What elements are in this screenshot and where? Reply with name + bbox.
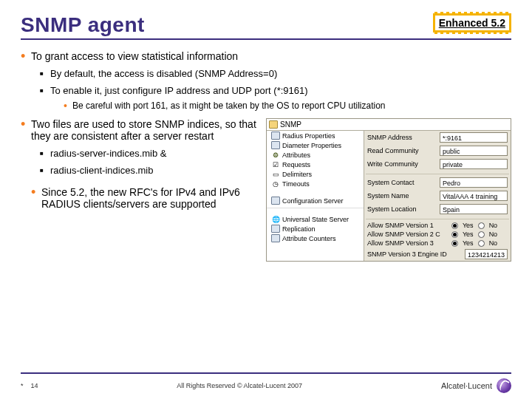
input-write-community[interactable]: private — [440, 159, 508, 169]
counters-icon — [271, 234, 280, 242]
document-icon — [271, 141, 280, 149]
radio-v2c-no[interactable] — [478, 231, 485, 238]
label-allow-v2c: Allow SNMP Version 2 C — [367, 231, 449, 238]
row-write-community: Write Community private — [364, 157, 511, 171]
bullet-files: Two files are used to store SNMP indices… — [21, 118, 511, 262]
input-system-name[interactable]: VitalAAA 4 training — [440, 191, 508, 201]
radio-label-no: No — [489, 239, 498, 247]
check-icon: ☑ — [271, 160, 280, 168]
tree-label: Attribute Counters — [282, 235, 336, 242]
bullet-file-server: radius-server-indices.mib & — [31, 148, 259, 159]
radio-label-no: No — [489, 231, 498, 238]
row-engine-id: SNMP Version 3 Engine ID 1234214213 — [364, 248, 511, 261]
title-row: SNMP agent Enhanced 5.2 — [21, 13, 511, 37]
input-system-location[interactable]: Spain — [440, 204, 508, 214]
brand: Alcatel·Lucent — [441, 378, 511, 393]
copyright: All Rights Reserved © Alcatel-Lucent 200… — [177, 382, 302, 389]
footer-divider — [21, 372, 511, 374]
page-number: 14 — [31, 382, 38, 389]
bullet-access: To grant access to view statistical info… — [21, 50, 511, 111]
row-snmp-address: SNMP Address *:9161 — [364, 131, 511, 144]
config-screenshot: SNMP Radius Properties Diameter Properti… — [266, 118, 511, 262]
label-engine-id: SNMP Version 3 Engine ID — [367, 250, 462, 258]
replication-icon — [271, 225, 280, 233]
tree-diameter[interactable]: Diameter Properties — [267, 140, 364, 150]
tree-requests[interactable]: ☑Requests — [267, 160, 364, 169]
row-read-community: Read Community public — [364, 144, 511, 157]
row-system-name: System Name VitalAAA 4 training — [364, 189, 511, 202]
bullet-port-warning: Be careful with port 161, as it might be… — [50, 100, 511, 111]
tree-replication[interactable]: Replication — [267, 224, 364, 233]
radio-label-no: No — [489, 222, 498, 229]
row-allow-v1: Allow SNMP Version 1 Yes No — [364, 221, 511, 230]
radio-label-yes: Yes — [463, 222, 474, 229]
tree-label: Timeouts — [282, 180, 310, 188]
input-read-community[interactable]: public — [440, 146, 508, 156]
label-system-location: System Location — [367, 205, 437, 213]
tree-delimiters[interactable]: ▭Delimiters — [267, 169, 364, 179]
content: To grant access to view statistical info… — [21, 50, 511, 262]
radio-v3-yes[interactable] — [451, 240, 458, 247]
page-title: SNMP agent — [21, 13, 145, 37]
tree-attributes[interactable]: ⚙Attributes — [267, 150, 364, 160]
tree-counters[interactable]: Attribute Counters — [267, 233, 364, 243]
tree-panel: Radius Properties Diameter Properties ⚙A… — [267, 131, 364, 261]
separator — [366, 174, 509, 174]
brand-logo-icon — [497, 378, 511, 393]
tree-label: Requests — [282, 161, 310, 168]
label-write-community: Write Community — [367, 160, 437, 168]
brand-name: Alcatel·Lucent — [441, 381, 492, 390]
tree-label: Universal State Server — [282, 216, 349, 223]
shot-header-label: SNMP — [280, 120, 301, 129]
label-allow-v3: Allow SNMP Version 3 — [367, 239, 449, 247]
radio-v1-yes[interactable] — [451, 222, 458, 229]
tree-timeouts[interactable]: ◷Timeouts — [267, 179, 364, 188]
bullet-text: To grant access to view statistical info… — [31, 50, 238, 62]
tree-radius[interactable]: Radius Properties — [267, 131, 364, 140]
input-engine-id[interactable]: 1234214213 — [465, 249, 508, 259]
footer: * 14 All Rights Reserved © Alcatel-Lucen… — [0, 372, 532, 393]
row-system-location: System Location Spain — [364, 202, 511, 216]
slide: SNMP agent Enhanced 5.2 To grant access … — [0, 0, 532, 399]
bullet-disabled: By default, the access is disabled (SNMP… — [31, 68, 511, 79]
input-snmp-address[interactable]: *:9161 — [440, 132, 508, 143]
label-read-community: Read Community — [367, 147, 437, 154]
document-icon — [271, 132, 280, 140]
globe-icon: 🌐 — [271, 215, 280, 223]
shot-header: SNMP — [267, 119, 511, 131]
footnote-star: * — [21, 382, 24, 389]
row-allow-v2c: Allow SNMP Version 2 C Yes No — [364, 230, 511, 239]
label-system-contact: System Contact — [367, 179, 437, 186]
tree-label: Replication — [282, 225, 316, 233]
label-allow-v1: Allow SNMP Version 1 — [367, 222, 449, 229]
tree-uss[interactable]: 🌐Universal State Server — [267, 214, 364, 224]
input-system-contact[interactable]: Pedro — [440, 177, 508, 188]
radio-v3-no[interactable] — [478, 240, 485, 247]
title-divider — [21, 38, 511, 40]
label-system-name: System Name — [367, 192, 437, 200]
tree-configserver[interactable]: Configuration Server — [267, 196, 364, 205]
bullet-text: To enable it, just configure IP address … — [50, 85, 308, 96]
radio-v1-no[interactable] — [478, 222, 485, 229]
label-snmp-address: SNMP Address — [367, 134, 437, 141]
bullet-text: Two files are used to store SNMP indices… — [31, 118, 256, 142]
clock-icon: ◷ — [271, 180, 280, 188]
tree-label: Radius Properties — [282, 132, 335, 140]
server-icon — [271, 197, 280, 205]
tree-label: Delimiters — [282, 171, 312, 178]
radio-v2c-yes[interactable] — [451, 231, 458, 238]
tree-label: Diameter Properties — [282, 142, 341, 149]
row-allow-v3: Allow SNMP Version 3 Yes No — [364, 239, 511, 248]
folder-icon — [269, 120, 278, 129]
row-system-contact: System Contact Pedro — [364, 176, 511, 189]
tree-label: Configuration Server — [282, 197, 344, 205]
separator — [366, 219, 509, 219]
tree-label: Attributes — [282, 151, 310, 159]
bullet-enable: To enable it, just configure IP address … — [31, 85, 511, 111]
radio-label-yes: Yes — [463, 231, 474, 238]
gear-icon: ⚙ — [271, 151, 280, 159]
bullet-rfc: Since 5.2, the new RFC's for IPv4 and IP… — [31, 186, 259, 210]
enhanced-badge: Enhanced 5.2 — [433, 13, 511, 33]
bullet-file-client: radius-client-indices.mib — [31, 165, 259, 176]
form-panel: SNMP Address *:9161 Read Community publi… — [364, 131, 511, 261]
